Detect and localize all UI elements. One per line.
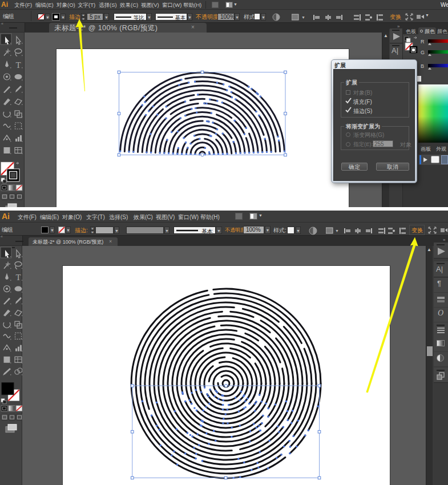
svg-text:▼: ▼ <box>335 229 339 233</box>
svg-text:▼: ▼ <box>301 15 305 19</box>
svg-text:T: T <box>15 273 21 282</box>
svg-text:T: T <box>15 60 21 70</box>
